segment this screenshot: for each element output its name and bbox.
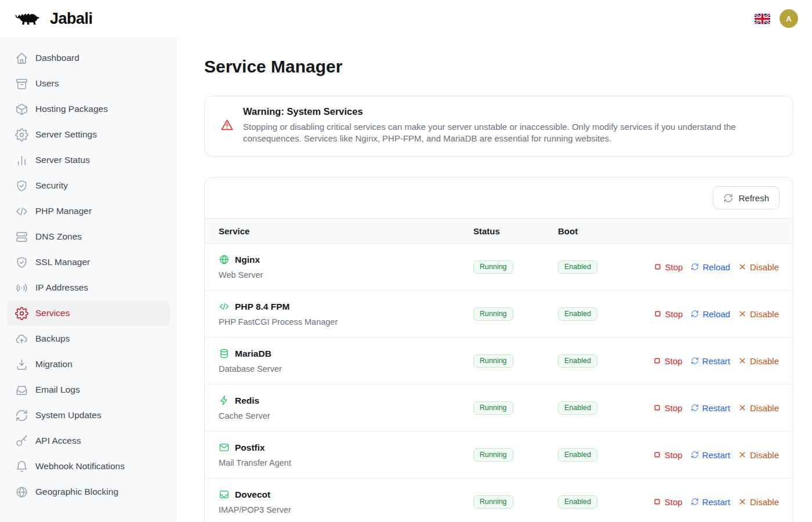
stop-action-button[interactable]: Stop — [653, 497, 683, 507]
broadcast-icon — [15, 281, 28, 295]
brand[interactable]: Jabali — [15, 7, 93, 30]
service-name: MariaDB — [235, 349, 271, 359]
avatar[interactable]: A — [780, 9, 798, 28]
stop-icon — [654, 263, 662, 271]
restart-action-button[interactable]: Restart — [691, 356, 730, 366]
uk-flag-icon[interactable] — [755, 13, 770, 24]
sidebar-item-label: System Updates — [35, 410, 102, 420]
stop-action-label: Stop — [665, 262, 683, 272]
x-icon — [738, 357, 746, 365]
reload-action-label: Reload — [702, 309, 730, 319]
sidebar-item-system-updates[interactable]: System Updates — [7, 403, 170, 428]
code-icon — [219, 301, 230, 312]
disable-action-button[interactable]: Disable — [738, 356, 779, 366]
boot-badge: Enabled — [558, 354, 597, 368]
disable-action-label: Disable — [750, 356, 779, 366]
services-card: Refresh Service Status Boot Nginx Web Se… — [204, 177, 793, 522]
package-icon — [15, 103, 28, 116]
sidebar-item-security[interactable]: Security — [7, 173, 170, 198]
stop-icon — [653, 357, 661, 365]
warning-banner: Warning: System Services Stopping or dis… — [204, 96, 793, 157]
sidebar-item-label: Geographic Blocking — [35, 487, 118, 497]
sidebar-item-label: Email Logs — [35, 385, 80, 395]
sidebar-item-label: Webhook Notifications — [35, 461, 125, 472]
sidebar-item-server-status[interactable]: Server Status — [7, 147, 170, 173]
stop-action-button[interactable]: Stop — [653, 450, 683, 460]
disable-action-button[interactable]: Disable — [738, 403, 779, 413]
disable-action-button[interactable]: Disable — [738, 450, 779, 460]
sidebar-item-label: Users — [35, 78, 59, 89]
row-actions: StopReloadDisable — [654, 262, 779, 272]
reload-action-button[interactable]: Reload — [691, 262, 730, 272]
sidebar-item-webhook-notifications[interactable]: Webhook Notifications — [7, 454, 170, 479]
boot-badge: Enabled — [558, 495, 597, 509]
x-icon — [738, 404, 746, 412]
page-title: Service Manager — [204, 57, 793, 77]
sidebar-item-label: API Access — [35, 436, 81, 446]
sidebar-item-users[interactable]: Users — [7, 71, 170, 96]
sidebar-item-backups[interactable]: Backups — [7, 326, 170, 351]
boot-badge: Enabled — [558, 307, 597, 321]
row-actions: StopRestartDisable — [653, 450, 779, 460]
key-icon — [15, 434, 28, 448]
stop-action-button[interactable]: Stop — [653, 356, 683, 366]
stop-action-button[interactable]: Stop — [653, 403, 683, 413]
restart-action-label: Restart — [702, 450, 730, 460]
sidebar-item-server-settings[interactable]: Server Settings — [7, 122, 170, 147]
stop-action-label: Stop — [665, 450, 683, 460]
row-actions: StopRestartDisable — [653, 356, 779, 366]
restart-action-button[interactable]: Restart — [691, 450, 730, 460]
boar-logo-icon — [15, 7, 45, 30]
cloud-upload-icon — [15, 332, 28, 346]
stop-action-button[interactable]: Stop — [654, 262, 683, 272]
inbox-icon — [15, 383, 28, 397]
sidebar-item-ip-addresses[interactable]: IP Addresses — [7, 275, 170, 300]
sync-icon — [15, 409, 28, 422]
x-icon — [738, 498, 746, 506]
service-name: Redis — [235, 396, 259, 406]
disable-action-button[interactable]: Disable — [738, 309, 779, 319]
stop-icon — [653, 404, 661, 412]
service-description: IMAP/POP3 Server — [219, 505, 473, 514]
x-icon — [738, 310, 746, 318]
row-actions: StopRestartDisable — [653, 497, 779, 507]
service-description: Web Server — [219, 270, 473, 280]
disable-action-label: Disable — [750, 309, 779, 319]
restart-action-label: Restart — [702, 356, 730, 366]
bar-chart-icon — [15, 154, 28, 167]
sidebar-item-dns-zones[interactable]: DNS Zones — [7, 224, 170, 249]
gear-icon — [15, 128, 28, 142]
sidebar-item-dashboard[interactable]: Dashboard — [7, 45, 170, 71]
sidebar-item-api-access[interactable]: API Access — [7, 428, 170, 454]
service-row-mariadb: MariaDB Database Server Running Enabled … — [205, 338, 793, 385]
sidebar-item-hosting-packages[interactable]: Hosting Packages — [7, 96, 170, 122]
disable-action-button[interactable]: Disable — [738, 262, 779, 272]
sidebar-item-php-manager[interactable]: PHP Manager — [7, 198, 170, 224]
sidebar-item-services[interactable]: Services — [7, 300, 170, 326]
service-name: Postfix — [235, 443, 265, 453]
sidebar-item-email-logs[interactable]: Email Logs — [7, 377, 170, 403]
sidebar-item-migration[interactable]: Migration — [7, 351, 170, 377]
disable-action-label: Disable — [750, 403, 779, 413]
stop-action-label: Stop — [665, 403, 683, 413]
service-row-dovecot: Dovecot IMAP/POP3 Server Running Enabled… — [205, 478, 793, 522]
restart-action-button[interactable]: Restart — [691, 403, 730, 413]
service-row-redis: Redis Cache Server Running Enabled StopR… — [205, 385, 793, 432]
column-header-status: Status — [473, 226, 558, 236]
globe-icon — [219, 254, 230, 265]
status-badge: Running — [473, 260, 513, 274]
archive-box-icon — [15, 77, 28, 90]
sidebar-item-label: Server Settings — [35, 129, 97, 140]
stop-action-button[interactable]: Stop — [654, 309, 683, 319]
disable-action-button[interactable]: Disable — [738, 497, 779, 507]
sidebar-item-geographic-blocking[interactable]: Geographic Blocking — [7, 479, 170, 505]
status-badge: Running — [473, 495, 513, 509]
disable-action-label: Disable — [750, 450, 779, 460]
reload-action-button[interactable]: Reload — [691, 309, 730, 319]
restart-action-button[interactable]: Restart — [691, 497, 730, 507]
sidebar-item-label: Server Status — [35, 155, 90, 165]
refresh-button[interactable]: Refresh — [713, 186, 780, 209]
globe-icon — [15, 485, 28, 499]
sidebar-item-ssl-manager[interactable]: SSL Manager — [7, 249, 170, 275]
home-icon — [15, 52, 28, 65]
